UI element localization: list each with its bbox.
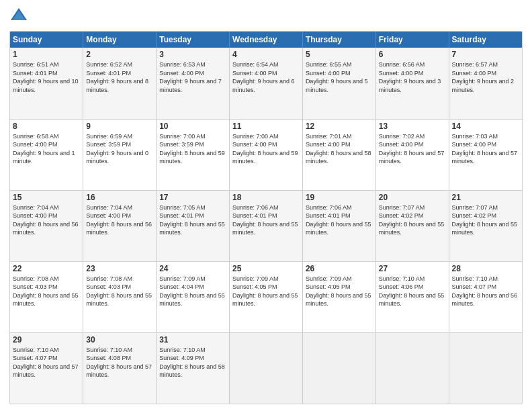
- day-cell: 5Sunrise: 6:55 AMSunset: 4:00 PMDaylight…: [302, 48, 375, 119]
- day-cell: 28Sunrise: 7:10 AMSunset: 4:07 PMDayligh…: [449, 261, 522, 332]
- day-header-thursday: Thursday: [302, 32, 375, 48]
- day-cell: 10Sunrise: 7:00 AMSunset: 3:59 PMDayligh…: [157, 119, 230, 190]
- day-number: 25: [232, 264, 300, 273]
- day-header-sunday: Sunday: [10, 32, 83, 48]
- day-info: Sunrise: 7:00 AMSunset: 4:00 PMDaylight:…: [232, 132, 300, 166]
- day-header-friday: Friday: [375, 32, 449, 48]
- day-number: 6: [379, 50, 446, 59]
- page: SundayMondayTuesdayWednesdayThursdayFrid…: [0, 0, 532, 411]
- day-info: Sunrise: 6:59 AMSunset: 3:59 PMDaylight:…: [86, 132, 153, 166]
- day-info: Sunrise: 7:05 AMSunset: 4:01 PMDaylight:…: [159, 203, 226, 237]
- day-info: Sunrise: 7:10 AMSunset: 4:09 PMDaylight:…: [159, 346, 226, 379]
- day-info: Sunrise: 6:51 AMSunset: 4:01 PMDaylight:…: [13, 60, 80, 94]
- day-number: 3: [159, 50, 226, 59]
- day-info: Sunrise: 6:57 AMSunset: 4:00 PMDaylight:…: [452, 60, 519, 94]
- header: [9, 7, 523, 26]
- day-info: Sunrise: 6:56 AMSunset: 4:00 PMDaylight:…: [379, 60, 446, 94]
- day-cell: 24Sunrise: 7:09 AMSunset: 4:04 PMDayligh…: [157, 261, 230, 332]
- day-info: Sunrise: 7:04 AMSunset: 4:00 PMDaylight:…: [86, 203, 153, 237]
- day-number: 23: [86, 264, 153, 273]
- day-cell: 1Sunrise: 6:51 AMSunset: 4:01 PMDaylight…: [10, 48, 83, 119]
- day-number: 15: [13, 193, 80, 202]
- day-cell: 13Sunrise: 7:02 AMSunset: 4:00 PMDayligh…: [375, 119, 449, 190]
- day-info: Sunrise: 7:02 AMSunset: 4:00 PMDaylight:…: [379, 132, 446, 166]
- week-row-1: 1Sunrise: 6:51 AMSunset: 4:01 PMDaylight…: [10, 48, 522, 119]
- day-number: 22: [13, 264, 80, 273]
- day-number: 2: [86, 50, 153, 59]
- day-cell: 16Sunrise: 7:04 AMSunset: 4:00 PMDayligh…: [83, 190, 157, 261]
- day-info: Sunrise: 6:55 AMSunset: 4:00 PMDaylight:…: [306, 60, 373, 94]
- day-cell: 6Sunrise: 6:56 AMSunset: 4:00 PMDaylight…: [375, 48, 449, 119]
- day-number: 30: [86, 335, 153, 345]
- day-cell: [302, 332, 375, 404]
- calendar-header: SundayMondayTuesdayWednesdayThursdayFrid…: [10, 32, 522, 48]
- day-info: Sunrise: 7:10 AMSunset: 4:08 PMDaylight:…: [86, 346, 153, 379]
- day-cell: 19Sunrise: 7:06 AMSunset: 4:01 PMDayligh…: [302, 190, 375, 261]
- day-info: Sunrise: 7:10 AMSunset: 4:06 PMDaylight:…: [379, 275, 446, 308]
- day-cell: 2Sunrise: 6:52 AMSunset: 4:01 PMDaylight…: [83, 48, 157, 119]
- day-number: 18: [232, 193, 300, 202]
- day-cell: 27Sunrise: 7:10 AMSunset: 4:06 PMDayligh…: [375, 261, 449, 332]
- day-number: 16: [86, 193, 153, 202]
- day-cell: 31Sunrise: 7:10 AMSunset: 4:09 PMDayligh…: [157, 332, 230, 404]
- day-info: Sunrise: 6:53 AMSunset: 4:00 PMDaylight:…: [159, 60, 226, 94]
- day-number: 31: [159, 335, 226, 345]
- day-number: 17: [159, 193, 226, 202]
- day-info: Sunrise: 7:09 AMSunset: 4:05 PMDaylight:…: [232, 275, 300, 308]
- day-cell: 7Sunrise: 6:57 AMSunset: 4:00 PMDaylight…: [449, 48, 522, 119]
- week-row-2: 8Sunrise: 6:58 AMSunset: 4:00 PMDaylight…: [10, 119, 522, 190]
- day-number: 10: [159, 122, 226, 131]
- week-row-5: 29Sunrise: 7:10 AMSunset: 4:07 PMDayligh…: [10, 332, 522, 404]
- calendar: SundayMondayTuesdayWednesdayThursdayFrid…: [9, 31, 523, 404]
- day-cell: [230, 332, 303, 404]
- day-cell: 15Sunrise: 7:04 AMSunset: 4:00 PMDayligh…: [10, 190, 83, 261]
- day-number: 28: [452, 264, 519, 273]
- day-info: Sunrise: 7:08 AMSunset: 4:03 PMDaylight:…: [86, 275, 153, 308]
- day-cell: 17Sunrise: 7:05 AMSunset: 4:01 PMDayligh…: [157, 190, 230, 261]
- day-info: Sunrise: 7:00 AMSunset: 3:59 PMDaylight:…: [159, 132, 226, 166]
- logo-icon: [9, 7, 28, 26]
- day-number: 8: [13, 122, 80, 131]
- day-cell: 18Sunrise: 7:06 AMSunset: 4:01 PMDayligh…: [230, 190, 303, 261]
- day-cell: 14Sunrise: 7:03 AMSunset: 4:00 PMDayligh…: [449, 119, 522, 190]
- day-number: 12: [306, 122, 373, 131]
- day-cell: 22Sunrise: 7:08 AMSunset: 4:03 PMDayligh…: [10, 261, 83, 332]
- calendar-body: 1Sunrise: 6:51 AMSunset: 4:01 PMDaylight…: [10, 48, 522, 404]
- day-cell: 26Sunrise: 7:09 AMSunset: 4:05 PMDayligh…: [302, 261, 375, 332]
- day-info: Sunrise: 7:07 AMSunset: 4:02 PMDaylight:…: [452, 203, 519, 237]
- day-info: Sunrise: 7:10 AMSunset: 4:07 PMDaylight:…: [452, 275, 519, 308]
- logo: [9, 7, 31, 26]
- day-info: Sunrise: 6:58 AMSunset: 4:00 PMDaylight:…: [13, 132, 80, 166]
- day-cell: 29Sunrise: 7:10 AMSunset: 4:07 PMDayligh…: [10, 332, 83, 404]
- day-cell: 12Sunrise: 7:01 AMSunset: 4:00 PMDayligh…: [302, 119, 375, 190]
- day-info: Sunrise: 7:04 AMSunset: 4:00 PMDaylight:…: [13, 203, 80, 237]
- day-number: 5: [306, 50, 373, 59]
- day-number: 26: [306, 264, 373, 273]
- day-header-saturday: Saturday: [449, 32, 522, 48]
- day-info: Sunrise: 7:06 AMSunset: 4:01 PMDaylight:…: [306, 203, 373, 237]
- day-cell: [449, 332, 522, 404]
- day-info: Sunrise: 7:08 AMSunset: 4:03 PMDaylight:…: [13, 275, 80, 308]
- day-info: Sunrise: 6:52 AMSunset: 4:01 PMDaylight:…: [86, 60, 153, 94]
- day-info: Sunrise: 6:54 AMSunset: 4:00 PMDaylight:…: [232, 60, 300, 94]
- week-row-3: 15Sunrise: 7:04 AMSunset: 4:00 PMDayligh…: [10, 190, 522, 261]
- day-cell: 4Sunrise: 6:54 AMSunset: 4:00 PMDaylight…: [230, 48, 303, 119]
- day-cell: 11Sunrise: 7:00 AMSunset: 4:00 PMDayligh…: [230, 119, 303, 190]
- day-number: 19: [306, 193, 373, 202]
- week-row-4: 22Sunrise: 7:08 AMSunset: 4:03 PMDayligh…: [10, 261, 522, 332]
- day-cell: 30Sunrise: 7:10 AMSunset: 4:08 PMDayligh…: [83, 332, 157, 404]
- day-header-wednesday: Wednesday: [230, 32, 303, 48]
- day-info: Sunrise: 7:10 AMSunset: 4:07 PMDaylight:…: [13, 346, 80, 379]
- day-info: Sunrise: 7:06 AMSunset: 4:01 PMDaylight:…: [232, 203, 300, 237]
- day-number: 9: [86, 122, 153, 131]
- day-cell: 3Sunrise: 6:53 AMSunset: 4:00 PMDaylight…: [157, 48, 230, 119]
- day-number: 13: [379, 122, 446, 131]
- day-cell: 23Sunrise: 7:08 AMSunset: 4:03 PMDayligh…: [83, 261, 157, 332]
- day-number: 24: [159, 264, 226, 273]
- day-header-tuesday: Tuesday: [157, 32, 230, 48]
- day-header-monday: Monday: [83, 32, 157, 48]
- day-cell: 20Sunrise: 7:07 AMSunset: 4:02 PMDayligh…: [375, 190, 449, 261]
- day-number: 11: [232, 122, 300, 131]
- day-cell: 8Sunrise: 6:58 AMSunset: 4:00 PMDaylight…: [10, 119, 83, 190]
- day-number: 27: [379, 264, 446, 273]
